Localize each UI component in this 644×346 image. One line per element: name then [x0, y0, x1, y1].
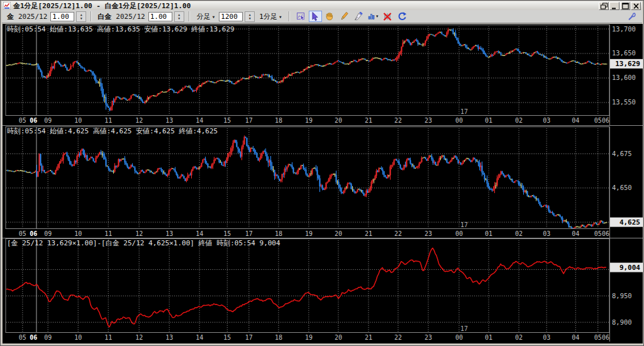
gold-multiplier-spinner[interactable]: ▲▼	[76, 11, 86, 22]
close-button[interactable]	[631, 2, 641, 10]
svg-text:09: 09	[44, 117, 52, 124]
svg-text:14: 14	[196, 334, 203, 341]
svg-text:06: 06	[602, 334, 609, 341]
svg-text:13: 13	[165, 334, 173, 341]
period-type-dropdown[interactable]: 分足▼	[194, 11, 218, 22]
interval-dropdown[interactable]: 1分足▼	[257, 11, 284, 22]
svg-text:13,700: 13,700	[612, 25, 636, 33]
svg-text:06: 06	[30, 117, 37, 124]
svg-text:4,650: 4,650	[612, 184, 632, 191]
title-bar[interactable]: 金1分足[2025/12]1.00 - 白金1分足[2025/12]1.00	[2, 1, 642, 10]
svg-text:05: 05	[594, 334, 602, 341]
svg-text:06: 06	[602, 117, 609, 124]
svg-text:12: 12	[135, 334, 143, 341]
svg-text:21: 21	[365, 117, 372, 124]
svg-text:04: 04	[572, 117, 579, 124]
ohlc-info-line: [金 25/12 13,629×1.00]-[白金 25/12 4,625×1.…	[7, 239, 280, 247]
svg-text:15: 15	[223, 230, 231, 237]
svg-text:11: 11	[104, 117, 112, 124]
svg-text:11: 11	[104, 334, 112, 341]
svg-text:00: 00	[455, 230, 463, 237]
toolbar-separator	[289, 11, 290, 21]
svg-text:13: 13	[165, 230, 173, 237]
svg-text:02: 02	[515, 117, 523, 124]
svg-text:06: 06	[602, 230, 609, 237]
svg-text:18: 18	[275, 117, 282, 124]
pencil-icon[interactable]	[338, 11, 351, 22]
svg-text:18: 18	[275, 334, 282, 341]
svg-text:09: 09	[44, 230, 52, 237]
svg-text:06: 06	[30, 334, 37, 341]
spread-line-chart[interactable]: 17[金 25/12 13,629×1.00]-[白金 25/12 4,625×…	[3, 238, 643, 342]
svg-text:4,625: 4,625	[619, 218, 640, 226]
svg-text:19: 19	[305, 117, 313, 124]
svg-text:23: 23	[425, 230, 432, 237]
svg-text:23: 23	[425, 334, 432, 341]
bar-chart-icon[interactable]: ▼	[367, 11, 380, 22]
svg-text:06: 06	[30, 230, 37, 237]
chevron-down-icon: ▼	[213, 14, 215, 19]
svg-text:05: 05	[594, 117, 602, 124]
svg-text:12: 12	[135, 117, 143, 124]
svg-text:4,675: 4,675	[612, 150, 632, 157]
gold-candlestick-chart[interactable]: 17時刻:05:54 始値:13,635 高値:13,635 安値:13,629…	[3, 25, 643, 125]
svg-text:01: 01	[485, 230, 492, 237]
svg-text:04: 04	[572, 334, 579, 341]
svg-text:00: 00	[455, 117, 463, 124]
svg-text:13,550: 13,550	[612, 98, 636, 106]
svg-text:10: 10	[74, 334, 82, 341]
svg-text:22: 22	[394, 334, 402, 341]
platinum-candlestick-chart[interactable]: 17時刻:05:54 始値:4,625 高値:4,625 安値:4,625 終値…	[3, 126, 643, 238]
svg-text:02: 02	[515, 230, 523, 237]
svg-text:03: 03	[543, 230, 550, 237]
bar-count-input[interactable]	[219, 12, 243, 21]
platinum-multiplier-spinner[interactable]: ▲▼	[174, 11, 184, 22]
date-label: 17	[460, 108, 468, 115]
chart-area: 17時刻:05:54 始値:13,635 高値:13,635 安値:13,629…	[3, 24, 643, 343]
svg-text:9,004: 9,004	[619, 264, 640, 272]
toolbar: 金 2025/12 ▲▼ 白金 2025/12 ▲▼ 分足▼ ▲▼ 1分足▼ ▼	[2, 10, 642, 23]
refresh-icon[interactable]	[396, 11, 409, 22]
chevron-down-icon: ▼	[279, 14, 282, 19]
delete-chart-icon[interactable]	[381, 11, 394, 22]
chart-range-icon[interactable]	[294, 11, 308, 22]
maximize-button[interactable]	[620, 2, 630, 10]
svg-text:03: 03	[543, 117, 550, 124]
svg-text:00: 00	[455, 334, 463, 341]
hand-icon[interactable]	[323, 11, 336, 22]
svg-text:20: 20	[335, 117, 342, 124]
platinum-multiplier-input[interactable]	[148, 12, 172, 21]
ohlc-info-line: 時刻:05:54 始値:4,625 高値:4,625 安値:4,625 終値:4…	[7, 127, 218, 135]
svg-text:10: 10	[74, 117, 82, 124]
trading-app-window: { "window": { "title": "金1分足[2025/12]1.0…	[0, 0, 644, 346]
svg-text:17: 17	[245, 230, 253, 237]
svg-text:05: 05	[19, 117, 26, 124]
window-title: 金1分足[2025/12]1.00 - 白金1分足[2025/12]1.00	[13, 1, 191, 11]
svg-text:18: 18	[275, 230, 282, 237]
svg-text:05: 05	[19, 334, 26, 341]
bar-count-spinner[interactable]: ▲▼	[245, 11, 255, 22]
wrench-icon[interactable]	[625, 11, 638, 22]
gold-multiplier-input[interactable]	[50, 12, 74, 21]
last-price-box: 13,629	[610, 59, 643, 69]
svg-text:05: 05	[594, 230, 602, 237]
svg-text:11: 11	[104, 230, 112, 237]
gold-symbol-label: 金	[7, 12, 14, 21]
minimize-button[interactable]	[609, 2, 619, 10]
select-arrow-icon[interactable]	[309, 11, 322, 22]
svg-text:17: 17	[245, 117, 253, 124]
svg-text:17: 17	[245, 334, 253, 341]
window-controls	[598, 2, 641, 10]
pen-icon[interactable]	[352, 11, 365, 22]
svg-text:23: 23	[425, 117, 432, 124]
last-price-box: 9,004	[610, 263, 643, 272]
svg-text:10: 10	[74, 230, 82, 237]
popout-window-button[interactable]	[599, 2, 609, 10]
toolbar-separator	[189, 11, 190, 21]
platinum-symbol-label: 白金	[97, 12, 111, 21]
svg-text:22: 22	[394, 230, 402, 237]
svg-text:01: 01	[485, 334, 492, 341]
app-icon	[3, 2, 11, 9]
panel-divider	[3, 125, 643, 126]
app-window: 金1分足[2025/12]1.00 - 白金1分足[2025/12]1.00 金…	[0, 0, 644, 346]
